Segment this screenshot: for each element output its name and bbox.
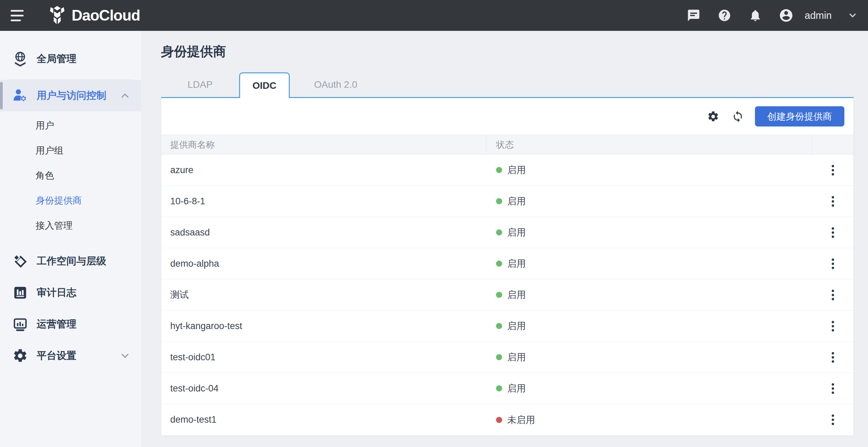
operations-icon: [11, 315, 29, 333]
status-cell: 启用: [486, 217, 812, 248]
provider-name: 测试: [161, 279, 486, 310]
globe-icon: [11, 50, 29, 68]
status-dot: [496, 354, 502, 360]
sidebar-item-users[interactable]: 用户: [0, 113, 141, 138]
brand-name: DaoCloud: [72, 7, 140, 24]
sidebar-item-operations[interactable]: 运营管理: [0, 309, 141, 340]
sidebar-item-access-management[interactable]: 接入管理: [0, 213, 141, 238]
row-actions-kebab-icon[interactable]: [827, 255, 839, 273]
help-icon[interactable]: [717, 8, 732, 23]
sidebar-item-user-groups[interactable]: 用户组: [0, 138, 141, 163]
column-header-actions: [812, 135, 853, 154]
sidebar-item-platform-settings[interactable]: 平台设置: [0, 340, 141, 372]
actions-cell: [812, 155, 853, 185]
menu-toggle-icon[interactable]: [11, 10, 24, 21]
row-actions-kebab-icon[interactable]: [827, 317, 839, 335]
actions-cell: [812, 248, 853, 279]
refresh-icon[interactable]: [730, 109, 745, 124]
provider-name: sadsaasd: [161, 217, 486, 248]
row-actions-kebab-icon[interactable]: [827, 286, 839, 304]
status-cell: 启用: [486, 342, 812, 373]
sidebar-group-label: 用户与访问控制: [37, 89, 106, 102]
provider-name: demo-alpha: [161, 248, 486, 279]
row-actions-kebab-icon[interactable]: [827, 161, 839, 179]
sidebar-item-global-management[interactable]: 全局管理: [0, 43, 141, 75]
row-actions-kebab-icon[interactable]: [827, 380, 839, 397]
sidebar-item-label: 审计日志: [37, 286, 76, 300]
status-dot: [496, 167, 502, 173]
username[interactable]: admin: [805, 10, 832, 21]
bell-icon[interactable]: [748, 8, 763, 23]
provider-name: test-oidc-04: [161, 373, 486, 404]
provider-name: hyt-kangaroo-test: [161, 311, 486, 341]
daocloud-logo: [47, 5, 67, 26]
sidebar-item-label: 平台设置: [37, 349, 76, 363]
table-body: azure 启用 10-6-8-1 启用 sadsaasd 启用 demo-al…: [161, 155, 853, 435]
tab-oidc[interactable]: OIDC: [239, 72, 290, 98]
sidebar-item-label: 全局管理: [37, 52, 76, 66]
actions-cell: [812, 342, 853, 373]
table-row: 10-6-8-1 启用: [161, 186, 853, 217]
sidebar-item-audit-logs[interactable]: 审计日志: [0, 277, 141, 309]
status-label: 启用: [507, 351, 526, 363]
table-row: 测试 启用: [161, 279, 853, 311]
audit-log-icon: [11, 284, 29, 302]
table-toolbar: 创建身份提供商: [161, 98, 853, 135]
row-actions-kebab-icon[interactable]: [827, 193, 839, 210]
status-dot: [496, 229, 502, 235]
actions-cell: [812, 311, 853, 341]
status-cell: 启用: [486, 373, 812, 404]
status-cell: 启用: [486, 248, 812, 279]
status-cell: 启用: [486, 279, 812, 310]
sidebar-item-identity-providers[interactable]: 身份提供商: [0, 188, 141, 213]
layers-icon: [11, 252, 29, 270]
column-header-status: 状态: [486, 135, 812, 154]
status-dot: [496, 385, 502, 391]
settings-icon[interactable]: [706, 109, 721, 124]
provider-name: test-oidc01: [161, 342, 486, 373]
status-label: 启用: [507, 195, 526, 207]
status-cell: 未启用: [486, 404, 812, 435]
row-actions-kebab-icon[interactable]: [827, 349, 839, 366]
status-cell: 启用: [486, 186, 812, 217]
table-row: test-oidc-04 启用: [161, 373, 853, 404]
actions-cell: [812, 373, 853, 404]
provider-name: azure: [161, 155, 486, 185]
avatar[interactable]: [779, 8, 794, 23]
app-root: DaoCloud: [0, 0, 868, 447]
user-gear-icon: [11, 87, 29, 105]
sidebar-item-label: 运营管理: [37, 317, 76, 331]
status-label: 启用: [507, 289, 526, 301]
brand[interactable]: DaoCloud: [47, 5, 140, 26]
table-row: hyt-kangaroo-test 启用: [161, 311, 853, 342]
provider-name: demo-test1: [161, 404, 486, 435]
actions-cell: [812, 279, 853, 310]
gear-icon: [11, 347, 29, 365]
sidebar-item-roles[interactable]: 角色: [0, 163, 141, 188]
column-header-provider-name: 提供商名称: [161, 135, 486, 154]
chat-icon[interactable]: [686, 8, 701, 23]
tab-oauth2[interactable]: OAuth 2.0: [290, 72, 382, 97]
active-indicator: [0, 82, 3, 109]
table-row: demo-test1 未启用: [161, 404, 853, 435]
actions-cell: [812, 186, 853, 217]
sidebar-group-users-access[interactable]: 用户与访问控制: [0, 80, 141, 111]
row-actions-kebab-icon[interactable]: [827, 411, 839, 428]
sidebar-submenu: 用户 用户组 角色 身份提供商 接入管理: [0, 111, 141, 241]
provider-name: 10-6-8-1: [161, 186, 486, 217]
row-actions-kebab-icon[interactable]: [827, 224, 839, 241]
table-row: sadsaasd 启用: [161, 217, 853, 248]
top-header: DaoCloud: [0, 0, 868, 31]
table-row: azure 启用: [161, 155, 853, 186]
page-title: 身份提供商: [161, 44, 854, 59]
create-identity-provider-button[interactable]: 创建身份提供商: [755, 106, 844, 126]
chevron-down-icon: [119, 350, 131, 362]
topbar-right: admin: [686, 8, 858, 23]
sidebar-item-workspaces[interactable]: 工作空间与层级: [0, 245, 141, 277]
status-dot: [496, 417, 502, 423]
status-label: 启用: [507, 320, 526, 332]
chevron-up-icon: [119, 90, 131, 101]
tab-ldap[interactable]: LDAP: [161, 72, 239, 97]
chevron-down-icon[interactable]: [847, 10, 858, 21]
table-row: demo-alpha 启用: [161, 248, 853, 279]
